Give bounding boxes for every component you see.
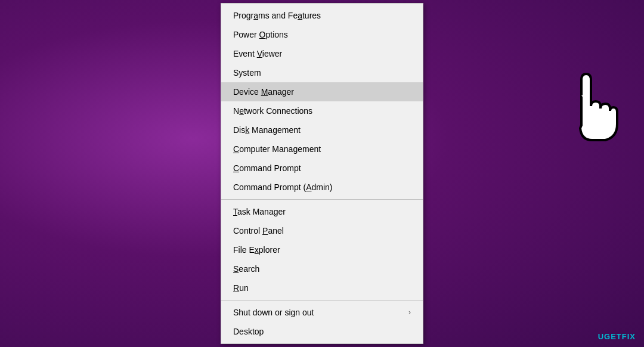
menu-item-command-prompt-admin[interactable]: Command Prompt (Admin) bbox=[221, 178, 423, 197]
menu-item-search[interactable]: Search bbox=[221, 259, 423, 278]
menu-item-system[interactable]: System bbox=[221, 63, 423, 82]
menu-item-task-manager[interactable]: Task Manager bbox=[221, 202, 423, 221]
menu-item-desktop[interactable]: Desktop bbox=[221, 322, 423, 341]
menu-item-shut-down[interactable]: Shut down or sign out › bbox=[221, 303, 423, 322]
separator-2 bbox=[221, 300, 423, 300]
context-menu: Programs and Features Power Options Even… bbox=[221, 3, 423, 344]
shut-down-label: Shut down or sign out bbox=[233, 308, 314, 317]
menu-item-control-panel[interactable]: Control Panel bbox=[221, 221, 423, 240]
menu-item-programs-features[interactable]: Programs and Features bbox=[221, 6, 423, 25]
arrow-icon: › bbox=[408, 308, 411, 317]
menu-item-power-options[interactable]: Power Options bbox=[221, 25, 423, 44]
separator-1 bbox=[221, 199, 423, 200]
menu-item-command-prompt[interactable]: Command Prompt bbox=[221, 159, 423, 178]
context-menu-wrapper: Programs and Features Power Options Even… bbox=[221, 3, 423, 344]
menu-item-run[interactable]: Run bbox=[221, 278, 423, 298]
menu-item-file-explorer[interactable]: File Explorer bbox=[221, 240, 423, 259]
watermark: UGETFIX bbox=[598, 332, 636, 341]
menu-item-computer-management[interactable]: Computer Management bbox=[221, 140, 423, 159]
menu-item-event-viewer[interactable]: Event Viewer bbox=[221, 44, 423, 63]
menu-item-network-connections[interactable]: Network Connections bbox=[221, 101, 423, 120]
watermark-text: UGETFIX bbox=[598, 332, 636, 341]
menu-item-disk-management[interactable]: Disk Management bbox=[221, 120, 423, 140]
menu-item-device-manager[interactable]: Device Manager bbox=[221, 82, 423, 101]
